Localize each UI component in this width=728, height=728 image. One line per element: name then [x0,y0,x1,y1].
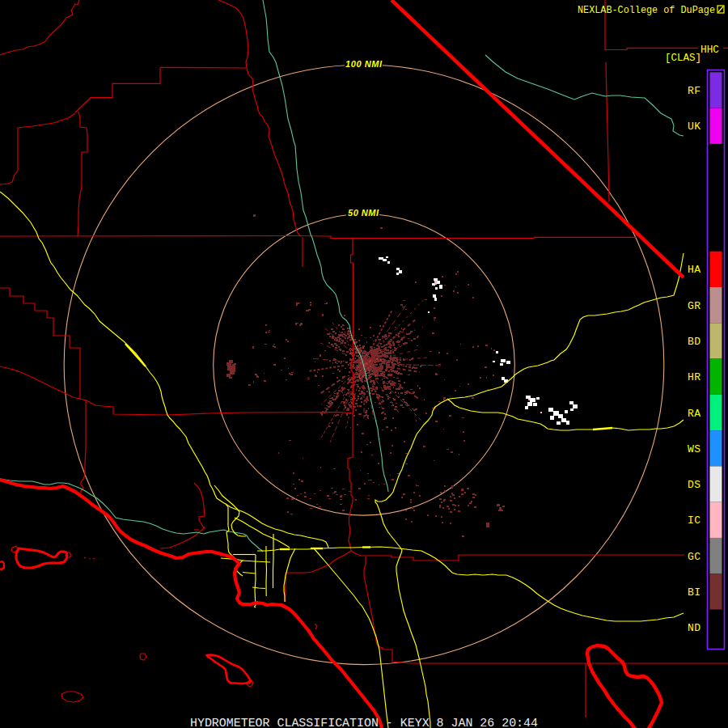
svg-text:HA: HA [688,264,700,276]
svg-text:BD: BD [688,336,700,348]
svg-text:RF: RF [688,85,700,97]
svg-text:UK: UK [688,121,700,133]
svg-text:HHC: HHC [700,44,719,56]
svg-text:GC: GC [688,551,700,563]
svg-text:50 NMI: 50 NMI [348,208,379,218]
svg-text:BI: BI [688,586,700,599]
svg-text:100 NMI: 100 NMI [345,59,383,69]
svg-text:DS: DS [688,479,700,491]
svg-text:IC: IC [688,514,700,527]
svg-text:NEXLAB-College of DuPage: NEXLAB-College of DuPage [578,5,715,16]
svg-text:HYDROMETEOR CLASSIFICATION - K: HYDROMETEOR CLASSIFICATION - KEYX 8 JAN … [190,717,538,728]
svg-text:[CLAS]: [CLAS] [665,52,701,64]
svg-text:ND: ND [688,622,700,634]
svg-text:WS: WS [688,443,700,455]
svg-text:GR: GR [688,300,700,312]
svg-text:HR: HR [688,371,700,383]
svg-text:RA: RA [688,408,700,420]
